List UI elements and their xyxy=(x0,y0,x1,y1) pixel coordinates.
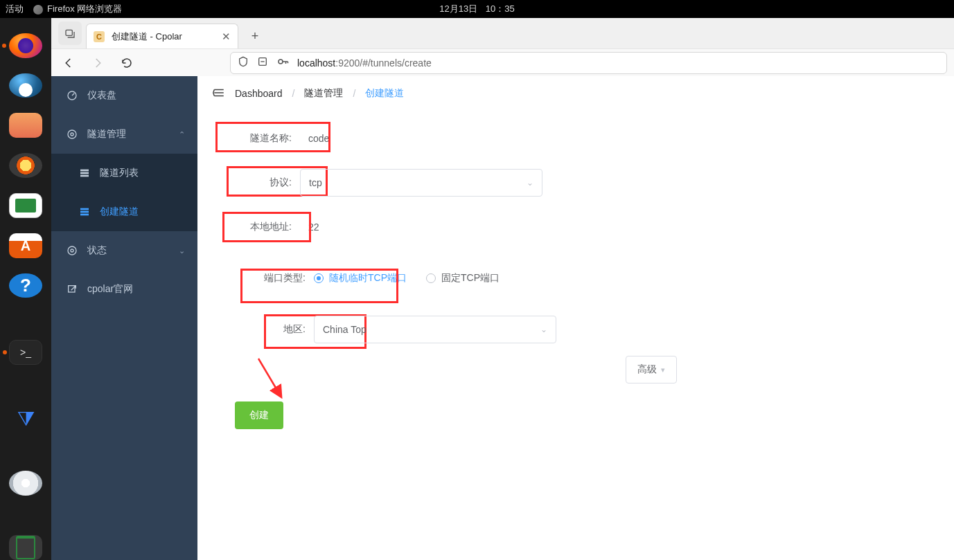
svg-rect-9 xyxy=(80,208,89,210)
svg-point-5 xyxy=(71,133,73,136)
firefox-toolbar: localhost:9200/#/tunnels/create xyxy=(51,48,954,76)
radio-dot-off-icon xyxy=(426,273,436,283)
list-icon xyxy=(79,168,90,179)
sidebar-item-tunnel-create[interactable]: 创建隧道 xyxy=(51,192,197,231)
key-icon[interactable] xyxy=(276,55,289,70)
status-icon xyxy=(67,245,78,256)
port-type-random-radio[interactable]: 随机临时TCP端口 xyxy=(314,272,407,284)
clock[interactable]: 12月13日 10：35 xyxy=(439,3,514,15)
dock-disc-icon[interactable] xyxy=(9,471,42,496)
sidebar-item-tunnel-list[interactable]: 隧道列表 xyxy=(51,154,197,192)
new-tab-button[interactable]: + xyxy=(244,25,266,47)
row-protocol: 协议: tcp ⌄ xyxy=(225,161,926,205)
sidebar-tunnel-list-label: 隧道列表 xyxy=(100,167,139,179)
svg-point-2 xyxy=(279,60,283,64)
local-address-label: 本地地址: xyxy=(225,221,300,233)
dock-files-icon[interactable] xyxy=(9,113,42,138)
tunnel-form: 隧道名称: 协议: tcp ⌄ 本地地址: 端口类型: 随机临时TCP端口 xyxy=(197,111,954,429)
tracking-shield-icon[interactable] xyxy=(238,56,249,69)
tunnel-name-label: 隧道名称: xyxy=(225,132,300,145)
region-select[interactable]: China Top ⌄ xyxy=(314,316,556,343)
tunnel-name-input[interactable] xyxy=(300,125,342,152)
svg-rect-11 xyxy=(80,214,89,216)
reload-icon xyxy=(121,57,133,69)
active-app-indicator[interactable]: Firefox 网络浏览器 xyxy=(33,3,122,15)
crumb-sep: / xyxy=(353,88,355,99)
port-type-label: 端口类型: xyxy=(225,272,314,284)
svg-point-12 xyxy=(68,246,76,255)
sidebar-item-tunnel-mgmt[interactable]: 隧道管理 ⌃ xyxy=(51,115,197,154)
port-type-fixed-label: 固定TCP端口 xyxy=(441,272,500,284)
gnome-top-bar: 活动 Firefox 网络浏览器 12月13日 10：35 xyxy=(0,0,954,18)
protocol-value: tcp xyxy=(309,177,322,188)
crumb-dashboard[interactable]: Dashboard xyxy=(235,88,283,99)
crumb-sep: / xyxy=(292,88,295,99)
sidebar-item-official[interactable]: cpolar官网 xyxy=(51,270,197,309)
cpolar-main: Dashboard / 隧道管理 / 创建隧道 隧道名称: 协议: tcp ⌄ xyxy=(197,76,954,560)
crumb-tunnel-create: 创建隧道 xyxy=(365,87,404,100)
svg-point-4 xyxy=(68,130,76,138)
caret-down-icon: ▾ xyxy=(661,365,665,374)
chevron-down-icon: ⌄ xyxy=(179,246,185,255)
dock-vscode-icon[interactable]: ⧩ xyxy=(9,406,42,431)
protocol-label: 协议: xyxy=(225,177,300,189)
url-text: localhost:9200/#/tunnels/create xyxy=(297,57,432,69)
region-value: China Top xyxy=(323,324,366,335)
dock-help-icon[interactable] xyxy=(9,273,42,298)
sidebar-tunnel-create-label: 创建隧道 xyxy=(100,206,139,218)
firefox-glyph-icon xyxy=(33,5,43,15)
protocol-select[interactable]: tcp ⌄ xyxy=(300,169,542,197)
radio-dot-on-icon xyxy=(314,273,324,283)
dock-libreoffice-icon[interactable] xyxy=(9,193,42,218)
port-type-random-label: 随机临时TCP端口 xyxy=(329,272,407,284)
sidebar-item-status[interactable]: 状态 ⌄ xyxy=(51,231,197,270)
arrow-right-icon xyxy=(91,57,104,69)
local-address-input[interactable] xyxy=(300,213,330,241)
svg-rect-8 xyxy=(80,175,89,177)
dock-terminal-icon[interactable] xyxy=(9,340,42,365)
permissions-icon[interactable] xyxy=(257,56,268,69)
recent-views-icon xyxy=(64,28,76,39)
row-region: 地区: China Top ⌄ xyxy=(225,307,926,352)
page-content: 仪表盘 隧道管理 ⌃ 隧道列表 创建隧道 状态 ⌄ cpolar官网 Dashb xyxy=(51,76,954,560)
svg-rect-0 xyxy=(66,30,72,35)
nav-forward-button[interactable] xyxy=(87,53,108,73)
svg-rect-6 xyxy=(80,170,89,172)
region-label: 地区: xyxy=(225,323,314,336)
dock-trash-icon[interactable] xyxy=(9,535,42,560)
sidebar-dashboard-label: 仪表盘 xyxy=(87,89,116,102)
dock-thunderbird-icon[interactable] xyxy=(9,73,42,98)
crumb-tunnel-mgmt[interactable]: 隧道管理 xyxy=(304,87,343,100)
cpolar-sidebar: 仪表盘 隧道管理 ⌃ 隧道列表 创建隧道 状态 ⌄ cpolar官网 xyxy=(51,76,197,560)
create-area: 创建 xyxy=(235,401,926,429)
advanced-button[interactable]: 高级 ▾ xyxy=(626,356,677,383)
caret-down-icon: ⌄ xyxy=(527,178,533,188)
address-bar[interactable]: localhost:9200/#/tunnels/create xyxy=(230,52,947,74)
nav-reload-button[interactable] xyxy=(116,53,137,73)
svg-rect-7 xyxy=(80,172,89,174)
browser-tab[interactable]: C 创建隧道 - Cpolar ✕ xyxy=(86,24,238,48)
dock-rhythmbox-icon[interactable] xyxy=(9,153,42,178)
svg-rect-14 xyxy=(69,286,75,292)
chevron-up-icon: ⌃ xyxy=(179,130,185,139)
activities-button[interactable]: 活动 xyxy=(6,3,24,15)
create-button[interactable]: 创建 xyxy=(235,401,283,429)
breadcrumb-bar: Dashboard / 隧道管理 / 创建隧道 xyxy=(197,76,954,111)
nav-back-button[interactable] xyxy=(58,53,79,73)
sidebar-status-label: 状态 xyxy=(87,244,107,257)
tab-favicon-icon: C xyxy=(94,31,105,42)
port-type-fixed-radio[interactable]: 固定TCP端口 xyxy=(426,272,500,284)
firefox-tab-bar: C 创建隧道 - Cpolar ✕ + xyxy=(51,18,954,48)
dock-firefox-icon[interactable] xyxy=(9,33,42,58)
ubuntu-dock: ⧩ xyxy=(0,18,51,560)
dock-software-icon[interactable] xyxy=(9,233,42,258)
firefox-window-chrome: C 创建隧道 - Cpolar ✕ + localhost:9200/#/tun… xyxy=(51,18,954,77)
row-port-type: 端口类型: 随机临时TCP端口 固定TCP端口 xyxy=(225,249,926,307)
recent-views-button[interactable] xyxy=(58,21,82,45)
hamburger-toggle-icon[interactable] xyxy=(213,87,225,101)
sidebar-tunnel-mgmt-label: 隧道管理 xyxy=(87,128,126,141)
tab-close-button[interactable]: ✕ xyxy=(222,30,231,43)
create-icon xyxy=(79,206,90,217)
sidebar-item-dashboard[interactable]: 仪表盘 xyxy=(51,76,197,115)
tab-title: 创建隧道 - Cpolar xyxy=(112,30,182,43)
